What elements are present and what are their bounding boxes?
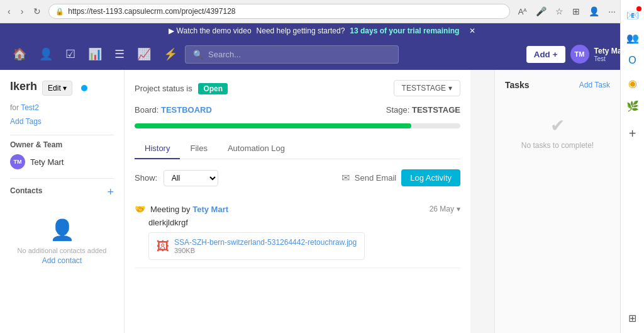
- history-actions: ✉ Send Email Log Activity: [341, 169, 460, 186]
- progress-fill: [135, 123, 411, 128]
- board-stage-row: Board: TESTBOARD Stage: TESTSTAGE: [135, 105, 460, 115]
- stage-button[interactable]: TESTSTAGE ▾: [394, 80, 460, 96]
- meeting-icon: 🤝: [135, 204, 145, 214]
- no-tasks-text: No tasks to complete!: [505, 141, 610, 150]
- people-icon[interactable]: 👤: [34, 42, 58, 66]
- status-badge: Open: [198, 83, 228, 94]
- browser-action-1[interactable]: 🎤: [533, 4, 550, 18]
- app-nav: 🏠 👤 ☑ 📊 ☰ 📈 ⚡ 🔍: [8, 42, 521, 66]
- main-layout: Ikerh Edit ▾ for Test2 Add Tags Owner & …: [0, 70, 644, 333]
- profile-button[interactable]: 👤: [586, 4, 602, 18]
- show-select[interactable]: All Meetings Notes Emails: [164, 170, 218, 186]
- plus-icon: +: [553, 50, 558, 59]
- right-panel-icon-3[interactable]: O: [623, 50, 643, 71]
- add-contact-link[interactable]: Add contact: [10, 256, 114, 265]
- activity-date-text: 26 May: [430, 205, 454, 213]
- user-avatar[interactable]: TM: [570, 45, 589, 64]
- refresh-button[interactable]: ↻: [31, 5, 43, 18]
- tasks-header: Tasks Add Task: [505, 80, 610, 90]
- tasks-icon[interactable]: ☑: [60, 42, 80, 66]
- right-panel-icon-5[interactable]: 🌿: [623, 96, 643, 116]
- right-panel-icon-grid[interactable]: ⊞: [623, 308, 643, 328]
- home-icon[interactable]: 🏠: [8, 42, 31, 66]
- tab-automation-log[interactable]: Automation Log: [218, 138, 295, 159]
- list-icon[interactable]: ☰: [109, 42, 130, 66]
- analytics-icon[interactable]: 📊: [83, 42, 107, 66]
- file-icon: 🖼: [157, 239, 169, 254]
- add-contact-icon[interactable]: +: [107, 186, 114, 199]
- no-contacts-section: 👤 No additional contacts added Add conta…: [10, 208, 114, 275]
- board-link[interactable]: TESTBOARD: [161, 105, 212, 115]
- activity-date-chevron: ▾: [457, 205, 460, 213]
- add-button[interactable]: Add +: [526, 46, 565, 63]
- send-email-button[interactable]: Send Email: [355, 173, 396, 183]
- tabs: History Files Automation Log: [135, 138, 460, 159]
- contacts-label: Contacts: [10, 186, 42, 195]
- right-panel-icon-plus[interactable]: +: [623, 123, 643, 144]
- send-email-label: Send Email: [355, 173, 396, 183]
- show-label: Show:: [135, 173, 157, 183]
- file-attachment: 🖼 SSA-SZH-bern-switzerland-531264442-ret…: [148, 232, 365, 260]
- project-header-row: Ikerh Edit ▾: [10, 80, 114, 96]
- right-panel-icon-1[interactable]: 📧: [623, 5, 643, 25]
- show-section: Show: All Meetings Notes Emails: [135, 170, 218, 186]
- activity-author: Tety Mart: [192, 205, 228, 214]
- address-bar[interactable]: 🔒 https://test-1193.capsulecrm.com/proje…: [48, 4, 509, 19]
- history-controls: Show: All Meetings Notes Emails ✉ Send E…: [135, 169, 460, 186]
- add-task-button[interactable]: Add Task: [579, 81, 610, 89]
- no-contacts-text: No additional contacts added: [10, 246, 114, 256]
- tasks-title: Tasks: [505, 80, 530, 90]
- status-prefix: Project status is: [135, 84, 192, 93]
- edit-dropdown-icon: ▾: [63, 84, 67, 93]
- owner-avatar: TM: [10, 154, 25, 169]
- board-section: Board: TESTBOARD: [135, 105, 212, 115]
- app-header: 🏠 👤 ☑ 📊 ☰ 📈 ⚡ 🔍 Add + TM Tety Mart Test …: [0, 38, 644, 70]
- project-name: Ikerh: [10, 80, 37, 93]
- owner-section-label: Owner & Team: [10, 140, 114, 149]
- activity-date[interactable]: 26 May ▾: [430, 205, 460, 213]
- right-panel-icon-2[interactable]: 👥: [623, 28, 643, 48]
- activity-by: Meeting by Tety Mart: [150, 205, 228, 214]
- add-label: Add: [534, 50, 550, 59]
- stage-name: TESTSTAGE: [412, 105, 460, 115]
- right-panel: 📧 👥 O ◉ 🌿 + ⊞: [620, 0, 644, 333]
- right-panel-icon-4[interactable]: ◉: [623, 73, 643, 93]
- board-prefix: Board:: [135, 105, 158, 115]
- tab-files[interactable]: Files: [180, 138, 217, 159]
- close-banner-icon[interactable]: ✕: [469, 26, 475, 35]
- owner-row: TM Tety Mart: [10, 154, 114, 169]
- log-activity-button[interactable]: Log Activity: [401, 169, 460, 186]
- project-status-row: Project status is Open TESTSTAGE ▾: [135, 80, 460, 96]
- more-button[interactable]: ···: [605, 4, 619, 18]
- help-text: Need help getting started?: [257, 26, 345, 35]
- browser-grid-button[interactable]: ⊞: [569, 4, 583, 18]
- edit-button[interactable]: Edit ▾: [42, 81, 72, 96]
- stage-section: Stage: TESTSTAGE: [386, 105, 460, 115]
- nav-forward-button[interactable]: ›: [18, 5, 26, 18]
- search-input[interactable]: [208, 50, 391, 59]
- reader-view-button[interactable]: Aᴬ: [515, 5, 531, 18]
- project-meta: for Test2: [10, 103, 114, 112]
- search-bar[interactable]: 🔍: [185, 45, 399, 64]
- no-tasks-section: ✔ No tasks to complete!: [505, 100, 610, 165]
- file-name-link[interactable]: SSA-SZH-bern-switzerland-531264442-retou…: [174, 238, 357, 247]
- status-dot: [81, 85, 87, 91]
- no-contacts-icon: 👤: [10, 218, 114, 242]
- no-tasks-icon: ✔: [505, 115, 610, 136]
- lock-icon: 🔒: [55, 8, 64, 16]
- activity-body: dlerkjldkrgf 🖼 SSA-SZH-bern-switzerland-…: [148, 218, 460, 260]
- tab-history[interactable]: History: [135, 138, 180, 159]
- left-sidebar: Ikerh Edit ▾ for Test2 Add Tags Owner & …: [0, 70, 125, 333]
- demo-video-link[interactable]: ▶ Watch the demo video: [169, 26, 252, 35]
- nav-back-button[interactable]: ‹: [5, 5, 13, 18]
- browser-actions: Aᴬ 🎤 ☆ ⊞ 👤 ···: [515, 4, 619, 18]
- lightning-icon[interactable]: ⚡: [158, 42, 182, 66]
- browser-chrome: ‹ › ↻ 🔒 https://test-1193.capsulecrm.com…: [0, 0, 644, 23]
- linked-project-link[interactable]: Test2: [21, 103, 39, 112]
- log-activity-label: Log Activity: [410, 173, 452, 183]
- owner-name: Tety Mart: [30, 157, 64, 167]
- email-icon: ✉: [341, 172, 350, 184]
- add-tags-link[interactable]: Add Tags: [10, 117, 114, 126]
- chart-icon[interactable]: 📈: [132, 42, 156, 66]
- favorites-button[interactable]: ☆: [552, 4, 567, 18]
